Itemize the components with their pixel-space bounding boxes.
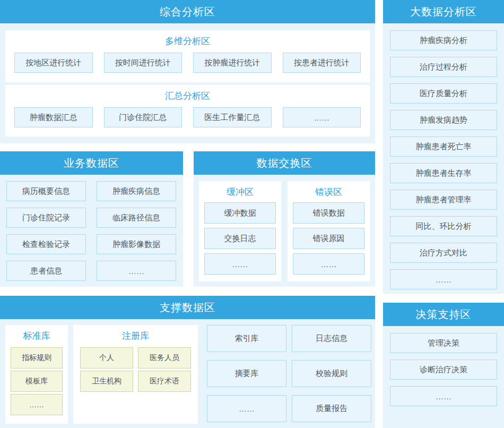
error-list: 错误数据 错误原因 …… [293, 202, 364, 275]
panel-bigdata-analysis: 大数据分析区 肿瘤疾病分析 治疗过程分析 医疗质量分析 肿瘤发病趋势 肿瘤患者死… [383, 0, 504, 294]
bigdata-ellipsis-box: …… [390, 269, 497, 289]
panel-comprehensive-analysis: 综合分析区 多维分析区 按地区进行统计 按时间进行统计 按肿瘤进行统计 按患者进… [0, 0, 375, 143]
error-ellipsis-box: …… [293, 253, 364, 275]
exchange-log-box: 交换日志 [204, 228, 276, 249]
architecture-diagram: 综合分析区 多维分析区 按地区进行统计 按时间进行统计 按肿瘤进行统计 按患者进… [0, 0, 504, 428]
template-library-box: 模板库 [11, 371, 63, 392]
tumor-patient-management-rate-box: 肿瘤患者管理率 [390, 190, 497, 210]
registry-library-grid: 个人 医务人员 卫生机构 医疗术语 [73, 347, 198, 392]
medical-quality-analysis-box: 医疗质量分析 [390, 83, 497, 104]
error-section: 错误区 错误数据 错误原因 …… [288, 181, 370, 281]
decision-ellipsis-box: …… [390, 386, 497, 406]
business-data-header: 业务数据区 [0, 151, 183, 175]
buffer-section: 缓冲区 缓冲数据 交换日志 …… [199, 181, 281, 281]
support-data-title: 支撑数据区 [160, 301, 215, 315]
personal-box: 个人 [80, 347, 133, 369]
buffer-ellipsis-box: …… [204, 253, 276, 275]
summary-library-box: 摘要库 [207, 360, 286, 387]
outpatient-inpatient-records-box: 门诊住院记录 [6, 208, 86, 228]
buffer-data-box: 缓冲数据 [204, 202, 276, 224]
standard-library-list: 指标规则 模板库 …… [11, 347, 63, 415]
stat-by-region-box: 按地区进行统计 [14, 53, 93, 73]
multidim-analysis-label: 多维分析区 [5, 30, 370, 53]
health-institution-box: 卫生机构 [80, 371, 133, 392]
patient-info-box: 患者信息 [6, 261, 86, 281]
bigdata-analysis-header: 大数据分析区 [383, 0, 504, 23]
multidim-analysis-row: 按地区进行统计 按时间进行统计 按肿瘤进行统计 按患者进行统计 [5, 53, 370, 73]
medical-terminology-box: 医疗术语 [138, 371, 191, 392]
tumor-disease-analysis-box: 肿瘤疾病分析 [390, 30, 497, 50]
quality-report-box: 质量报告 [292, 395, 371, 422]
buffer-label: 缓冲区 [199, 181, 281, 202]
medical-staff-box: 医务人员 [138, 347, 191, 369]
decision-support-list: 管理决策 诊断治疗决策 …… [390, 326, 497, 406]
multidim-analysis-section: 多维分析区 按地区进行统计 按时间进行统计 按肿瘤进行统计 按患者进行统计 [5, 30, 370, 82]
panel-data-exchange: 数据交换区 缓冲区 缓冲数据 交换日志 …… 错误区 错误数据 错误原因 …… [194, 151, 375, 287]
business-data-title: 业务数据区 [64, 156, 119, 170]
stat-by-patient-box: 按患者进行统计 [283, 53, 361, 73]
tumor-patient-mortality-box: 肿瘤患者死亡率 [390, 136, 497, 157]
standard-library-section: 标准库 指标规则 模板库 …… [5, 325, 68, 424]
business-data-grid: 病历概要信息 肿瘤疾病信息 门诊住院记录 临床路径信息 检查检验记录 肿瘤影像数… [6, 175, 176, 281]
validation-rules-box: 校验规则 [292, 360, 371, 387]
buffer-list: 缓冲数据 交换日志 …… [204, 202, 276, 275]
data-exchange-header: 数据交换区 [194, 151, 375, 175]
comprehensive-analysis-header: 综合分析区 [0, 0, 375, 23]
outpatient-inpatient-summary-box: 门诊住院汇总 [104, 107, 183, 127]
tumor-imaging-data-box: 肿瘤影像数据 [97, 234, 176, 254]
bigdata-analysis-list: 肿瘤疾病分析 治疗过程分析 医疗质量分析 肿瘤发病趋势 肿瘤患者死亡率 肿瘤患者… [390, 23, 497, 289]
bigdata-analysis-title: 大数据分析区 [410, 5, 477, 19]
business-ellipsis-box: …… [97, 261, 176, 281]
yoy-mom-analysis-box: 同比、环比分析 [390, 216, 497, 236]
stat-by-time-box: 按时间进行统计 [104, 53, 183, 73]
standard-ellipsis-box: …… [11, 394, 63, 415]
diagnosis-treatment-decision-box: 诊断治疗决策 [390, 359, 497, 380]
registry-library-section: 注册库 个人 医务人员 卫生机构 医疗术语 [73, 325, 198, 424]
log-info-box: 日志信息 [292, 325, 371, 352]
treatment-process-analysis-box: 治疗过程分析 [390, 57, 497, 77]
panel-business-data: 业务数据区 病历概要信息 肿瘤疾病信息 门诊住院记录 临床路径信息 检查检验记录… [0, 151, 183, 287]
support-plain-grid: 索引库 日志信息 摘要库 校验规则 …… 质量报告 [207, 325, 371, 422]
support-ellipsis-box: …… [207, 395, 286, 422]
tumor-incidence-trend-box: 肿瘤发病趋势 [390, 110, 497, 130]
summary-ellipsis-box: …… [283, 107, 361, 127]
summary-analysis-section: 汇总分析区 肿瘤数据汇总 门诊住院汇总 医生工作量汇总 …… [5, 85, 370, 136]
decision-support-header: 决策支持区 [383, 303, 504, 326]
tumor-patient-survival-box: 肿瘤患者生存率 [390, 163, 497, 183]
comprehensive-analysis-title: 综合分析区 [160, 5, 215, 19]
panel-decision-support: 决策支持区 管理决策 诊断治疗决策 …… [383, 303, 504, 428]
error-label: 错误区 [288, 181, 370, 202]
exam-test-records-box: 检查检验记录 [6, 234, 86, 254]
decision-support-title: 决策支持区 [416, 307, 472, 322]
error-reason-box: 错误原因 [293, 228, 364, 249]
summary-analysis-row: 肿瘤数据汇总 门诊住院汇总 医生工作量汇总 …… [5, 107, 370, 127]
stat-by-tumor-box: 按肿瘤进行统计 [193, 53, 272, 73]
summary-analysis-label: 汇总分析区 [5, 85, 370, 107]
tumor-data-summary-box: 肿瘤数据汇总 [14, 107, 93, 127]
clinical-pathway-info-box: 临床路径信息 [97, 208, 176, 228]
support-data-header: 支撑数据区 [0, 296, 375, 319]
tumor-disease-info-box: 肿瘤疾病信息 [97, 181, 176, 201]
treatment-method-comparison-box: 治疗方式对比 [390, 243, 497, 263]
error-data-box: 错误数据 [293, 202, 364, 224]
doctor-workload-summary-box: 医生工作量汇总 [193, 107, 272, 127]
indicator-rules-box: 指标规则 [11, 347, 63, 369]
registry-library-label: 注册库 [73, 325, 198, 347]
management-decision-box: 管理决策 [390, 333, 497, 353]
standard-library-label: 标准库 [5, 325, 68, 347]
panel-support-data: 支撑数据区 标准库 指标规则 模板库 …… 注册库 个人 医务人员 卫生机构 医… [0, 296, 375, 428]
index-library-box: 索引库 [207, 325, 286, 352]
data-exchange-title: 数据交换区 [257, 156, 312, 170]
medical-record-summary-box: 病历概要信息 [6, 181, 86, 201]
